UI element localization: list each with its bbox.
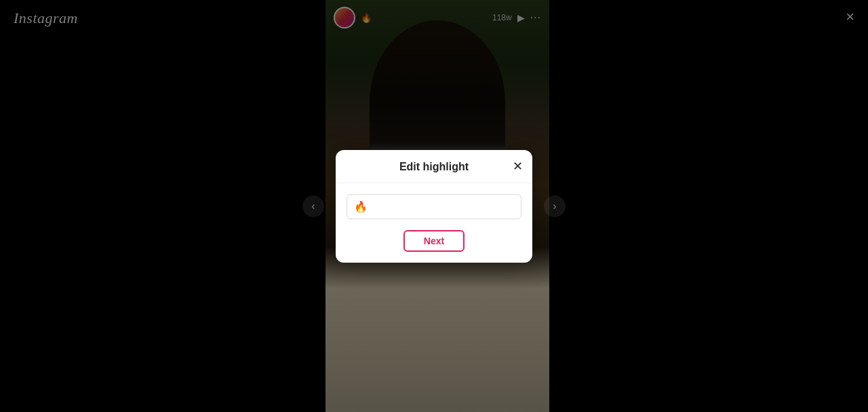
modal-footer: Next [336, 230, 532, 263]
modal-close-button[interactable]: ✕ [513, 160, 523, 172]
edit-highlight-modal: Edit highlight ✕ 🔥 Next [336, 150, 532, 263]
modal-title: Edit highlight [399, 161, 469, 172]
modal-body: 🔥 [336, 183, 532, 230]
modal-overlay: Edit highlight ✕ 🔥 Next [0, 0, 868, 412]
highlight-name-input[interactable] [372, 201, 514, 212]
next-button[interactable]: Next [403, 230, 465, 252]
modal-header: Edit highlight ✕ [336, 150, 532, 183]
highlight-input-container: 🔥 [347, 194, 521, 219]
highlight-emoji-icon: 🔥 [354, 200, 368, 213]
